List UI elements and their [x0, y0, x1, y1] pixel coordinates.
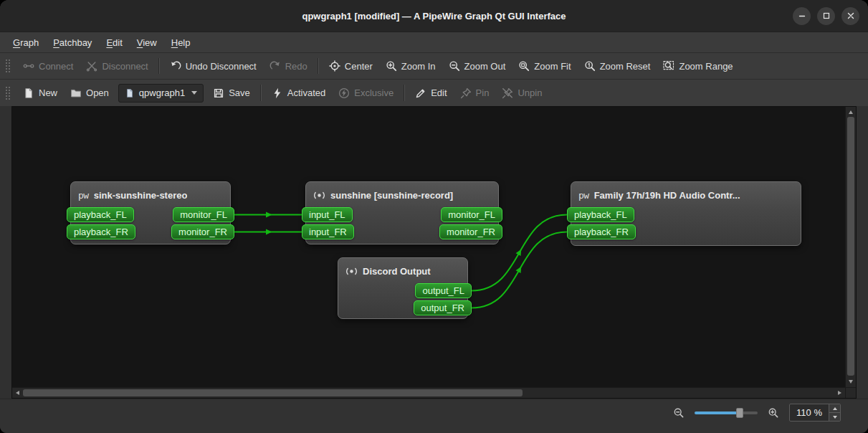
- horizontal-scroll-thumb[interactable]: [23, 389, 523, 396]
- zoom-in-mini-icon[interactable]: [768, 407, 779, 419]
- connect-button[interactable]: Connect: [16, 57, 80, 75]
- graph-node-family-hd-audio[interactable]: pwFamily 17h/19h HD Audio Contr...playba…: [571, 181, 801, 246]
- central-area: pwsink-sunshine-stereoplayback_FLplaybac…: [0, 106, 868, 399]
- exclusive-toggle[interactable]: Exclusive: [332, 84, 400, 103]
- zoom-out-mini-icon[interactable]: [673, 407, 685, 419]
- port-playback_FR[interactable]: playback_FR: [567, 224, 636, 239]
- new-button[interactable]: New: [16, 84, 64, 103]
- graph-node-sunshine[interactable]: sunshine [sunshine-record]input_FLinput_…: [305, 181, 499, 244]
- zoom-reset-button[interactable]: Zoom Reset: [578, 57, 657, 75]
- zoom-fit-label: Zoom Fit: [534, 61, 571, 72]
- scroll-down-arrow[interactable]: [849, 380, 853, 384]
- zoom-fit-icon: [518, 60, 530, 72]
- port-playback_FR[interactable]: playback_FR: [67, 224, 135, 239]
- audio-client-icon: [313, 189, 325, 201]
- zoom-spin-up[interactable]: [829, 404, 840, 413]
- zoom-spin-down[interactable]: [829, 413, 840, 421]
- port-output_FR[interactable]: output_FR: [414, 300, 472, 315]
- port-playback_FL[interactable]: playback_FL: [67, 207, 134, 222]
- toolbar-separator: [158, 58, 160, 74]
- zoom-out-button[interactable]: Zoom Out: [442, 57, 512, 75]
- pin-button[interactable]: Pin: [454, 84, 496, 103]
- graph-node-sink-sunshine-stereo[interactable]: pwsink-sunshine-stereoplayback_FLplaybac…: [70, 181, 231, 244]
- maximize-icon: [823, 12, 830, 19]
- node-header: pwFamily 17h/19h HD Audio Contr...: [571, 182, 801, 205]
- zoom-spinbox[interactable]: 110 %: [789, 404, 841, 422]
- port-input_FL[interactable]: input_FL: [302, 207, 353, 222]
- node-title: sunshine [sunshine-record]: [330, 190, 453, 201]
- save-label: Save: [229, 87, 250, 98]
- spin-up-icon: [833, 407, 837, 410]
- connection-arrow: [266, 212, 272, 218]
- center-icon: [329, 60, 340, 72]
- maximize-button[interactable]: [817, 7, 835, 25]
- zoom-fit-button[interactable]: Zoom Fit: [512, 57, 577, 75]
- vertical-scroll-thumb[interactable]: [847, 117, 854, 376]
- port-monitor_FL[interactable]: monitor_FL: [441, 207, 502, 222]
- zoom-slider[interactable]: [695, 408, 758, 418]
- redo-label: Redo: [285, 61, 307, 72]
- unpin-icon: [502, 87, 513, 99]
- edit-toggle[interactable]: Edit: [409, 84, 453, 103]
- session-combo-value: qpwgraph1: [139, 87, 185, 98]
- scroll-up-arrow[interactable]: [849, 110, 853, 114]
- toolbar-grip[interactable]: [5, 85, 11, 101]
- canvas-frame: pwsink-sunshine-stereoplayback_FLplaybac…: [11, 106, 857, 399]
- connection-arrow: [266, 229, 272, 235]
- zoom-out-label: Zoom Out: [464, 61, 506, 72]
- zoom-out-icon: [449, 60, 460, 72]
- port-monitor_FL[interactable]: monitor_FL: [173, 207, 234, 222]
- zoom-slider-handle[interactable]: [736, 408, 743, 418]
- app-window: qpwgraph1 [modified] — A PipeWire Graph …: [0, 0, 868, 433]
- scroll-left-arrow[interactable]: [16, 391, 19, 395]
- window-controls: [793, 0, 859, 32]
- menu-edit[interactable]: Edit: [99, 32, 129, 52]
- open-button[interactable]: Open: [64, 84, 115, 103]
- pencil-icon: [415, 87, 426, 99]
- minimize-button[interactable]: [793, 7, 811, 25]
- vertical-scrollbar[interactable]: [845, 107, 856, 387]
- port-playback_FL[interactable]: playback_FL: [567, 207, 634, 222]
- undo-icon: [170, 60, 181, 72]
- redo-button[interactable]: Redo: [263, 57, 314, 75]
- menu-view[interactable]: View: [130, 32, 164, 52]
- session-combo[interactable]: qpwgraph1: [118, 84, 204, 103]
- center-label: Center: [345, 61, 373, 72]
- disconnect-button[interactable]: Disconnect: [80, 57, 154, 75]
- menu-patchbay[interactable]: Patchbay: [46, 32, 99, 52]
- toolbar-separator: [318, 58, 319, 74]
- center-button[interactable]: Center: [323, 57, 379, 75]
- save-button[interactable]: Save: [206, 84, 257, 103]
- port-monitor_FR[interactable]: monitor_FR: [439, 224, 502, 239]
- node-title: Discord Output: [363, 266, 431, 277]
- scroll-right-arrow[interactable]: [838, 391, 841, 395]
- activated-label: Activated: [287, 87, 325, 98]
- connection-arrow: [516, 267, 522, 273]
- port-input_FR[interactable]: input_FR: [302, 224, 354, 239]
- close-icon: [847, 12, 854, 19]
- unpin-button[interactable]: Unpin: [495, 84, 548, 103]
- zoom-range-button[interactable]: Zoom Range: [657, 57, 739, 75]
- chevron-down-icon: [191, 91, 197, 95]
- lightning-icon: [272, 87, 283, 99]
- pin-icon: [460, 87, 472, 99]
- close-button[interactable]: [841, 7, 859, 25]
- graph-node-discord-output[interactable]: Discord Outputoutput_FLoutput_FR: [338, 257, 468, 319]
- titlebar[interactable]: qpwgraph1 [modified] — A PipeWire Graph …: [0, 0, 868, 32]
- activated-toggle[interactable]: Activated: [265, 84, 332, 103]
- graph-canvas[interactable]: pwsink-sunshine-stereoplayback_FLplaybac…: [12, 107, 845, 387]
- zoom-in-button[interactable]: Zoom In: [379, 57, 442, 75]
- undo-disconnect-button[interactable]: Undo Disconnect: [163, 57, 263, 75]
- window-title: qpwgraph1 [modified] — A PipeWire Graph …: [302, 11, 566, 22]
- toolbar-grip[interactable]: [5, 58, 11, 74]
- scrollbar-corner: [845, 387, 856, 398]
- port-output_FL[interactable]: output_FL: [415, 283, 472, 298]
- menu-graph[interactable]: Graph: [6, 32, 46, 52]
- zoom-slider-track[interactable]: [695, 411, 758, 414]
- horizontal-scrollbar[interactable]: [12, 387, 845, 398]
- node-header: Discord Output: [338, 258, 467, 281]
- port-monitor_FR[interactable]: monitor_FR: [171, 224, 234, 239]
- zoom-range-label: Zoom Range: [679, 61, 733, 72]
- menu-help[interactable]: Help: [164, 32, 198, 52]
- file-toolbar: New Open qpwgraph1 Save Activated Exclus…: [0, 79, 868, 106]
